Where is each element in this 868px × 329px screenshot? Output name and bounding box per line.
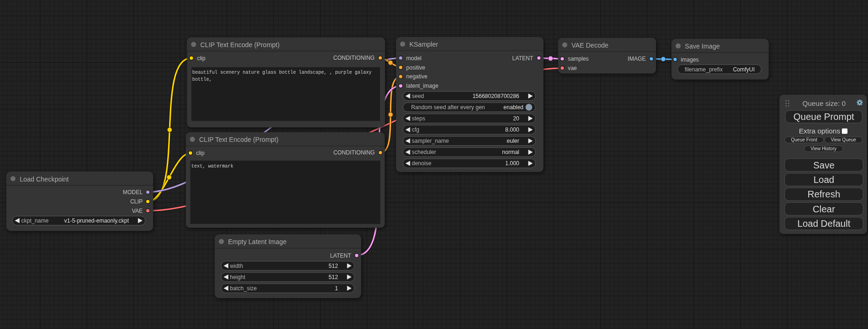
svg-text:Extra options: Extra options	[799, 127, 840, 135]
svg-text:Clear: Clear	[813, 204, 835, 214]
svg-text:CLIP: CLIP	[130, 198, 143, 205]
svg-text:text, watermark: text, watermark	[191, 164, 233, 169]
svg-text:images: images	[681, 56, 699, 63]
svg-text:20: 20	[513, 115, 520, 122]
svg-text:ckpt_name: ckpt_name	[21, 217, 49, 224]
svg-text:CLIP Text Encode (Prompt): CLIP Text Encode (Prompt)	[199, 136, 279, 143]
svg-text:batch_size: batch_size	[230, 285, 257, 292]
svg-text:VAE Decode: VAE Decode	[572, 42, 608, 49]
svg-text:denoise: denoise	[412, 160, 431, 167]
svg-text:scheduler: scheduler	[412, 149, 436, 155]
svg-text:Queue size: 0: Queue size: 0	[803, 99, 846, 107]
svg-text:512: 512	[329, 263, 338, 269]
svg-text:VAE: VAE	[132, 208, 142, 214]
svg-text:CONDITIONING: CONDITIONING	[333, 55, 375, 61]
svg-text:View History: View History	[811, 146, 836, 151]
svg-text:seed: seed	[412, 93, 424, 99]
svg-text:1: 1	[335, 285, 338, 292]
svg-text:negative: negative	[406, 73, 428, 80]
svg-text:Queue Prompt: Queue Prompt	[793, 112, 854, 122]
svg-text:filename_prefix: filename_prefix	[685, 66, 722, 73]
svg-text:View Queue: View Queue	[831, 137, 856, 142]
svg-text:LATENT: LATENT	[330, 252, 352, 259]
svg-text:MODEL: MODEL	[123, 189, 143, 196]
svg-text:cfg: cfg	[412, 126, 419, 133]
svg-text:steps: steps	[412, 115, 425, 122]
svg-text:Load: Load	[813, 175, 834, 185]
svg-text:clip: clip	[196, 150, 205, 156]
svg-text:height: height	[230, 274, 246, 280]
svg-text:sampler_name: sampler_name	[412, 138, 449, 144]
svg-text:Queue Front: Queue Front	[791, 137, 817, 142]
svg-text:enabled: enabled	[503, 104, 523, 111]
svg-text:clip: clip	[197, 55, 205, 62]
svg-text:vae: vae	[568, 65, 577, 71]
svg-text:512: 512	[329, 274, 338, 280]
svg-text:CLIP Text Encode (Prompt): CLIP Text Encode (Prompt)	[200, 41, 280, 49]
svg-text:CONDITIONING: CONDITIONING	[333, 149, 375, 156]
svg-text:Random seed after every gen: Random seed after every gen	[411, 104, 485, 111]
svg-text:Empty Latent Image: Empty Latent Image	[228, 238, 287, 245]
svg-text:8.000: 8.000	[505, 126, 519, 133]
svg-text:Load Default: Load Default	[797, 218, 851, 229]
svg-text:width: width	[230, 263, 243, 269]
svg-text:euler: euler	[507, 138, 519, 144]
svg-text:Refresh: Refresh	[807, 189, 840, 199]
svg-text:samples: samples	[568, 56, 589, 62]
svg-text:KSampler: KSampler	[409, 41, 438, 48]
svg-text:v1-5-pruned-emaonly.ckpt: v1-5-pruned-emaonly.ckpt	[64, 217, 129, 224]
svg-text:beautiful scenery nature glass: beautiful scenery nature glass bottle la…	[192, 70, 372, 75]
svg-text:latent_image: latent_image	[406, 83, 438, 89]
svg-text:ComfyUI: ComfyUI	[733, 66, 755, 73]
svg-text:Save: Save	[813, 160, 835, 170]
svg-text:156680208700286: 156680208700286	[473, 93, 519, 99]
svg-text:positive: positive	[406, 64, 425, 71]
svg-text:IMAGE: IMAGE	[628, 56, 646, 62]
svg-text:bottle,: bottle,	[192, 77, 212, 82]
svg-text:Load Checkpoint: Load Checkpoint	[20, 175, 69, 183]
svg-text:model: model	[406, 55, 422, 62]
svg-text:Save Image: Save Image	[685, 42, 720, 50]
svg-text:normal: normal	[502, 149, 519, 155]
svg-text:LATENT: LATENT	[512, 55, 534, 62]
svg-text:1.000: 1.000	[505, 160, 519, 167]
